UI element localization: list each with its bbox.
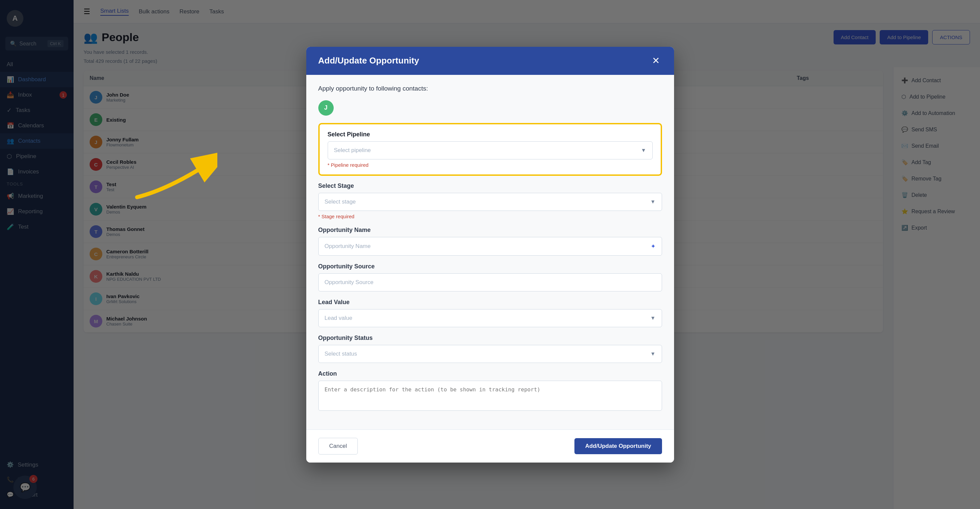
pipeline-placeholder: Select pipeline xyxy=(334,147,371,154)
opportunity-name-group: Opportunity Name Opportunity Name ✦ xyxy=(318,227,662,256)
modal-body: Apply opportunity to following contacts:… xyxy=(306,75,674,430)
pipeline-section: Select Pipeline Select pipeline ▼ * Pipe… xyxy=(318,123,662,176)
stage-select[interactable]: Select stage ▼ xyxy=(318,193,662,211)
lead-value-select[interactable]: Lead value ▼ xyxy=(318,309,662,327)
opportunity-status-select[interactable]: Select status ▼ xyxy=(318,345,662,363)
stage-chevron-icon: ▼ xyxy=(650,199,655,205)
pipeline-chevron-icon: ▼ xyxy=(641,147,646,154)
opportunity-source-input[interactable]: Opportunity Source xyxy=(318,273,662,292)
opportunity-status-label: Opportunity Status xyxy=(318,335,662,342)
opportunity-source-group: Opportunity Source Opportunity Source xyxy=(318,263,662,292)
action-group: Action xyxy=(318,370,662,412)
opportunity-status-group: Opportunity Status Select status ▼ xyxy=(318,335,662,363)
modal-overlay: Add/Update Opportunity ✕ Apply opportuni… xyxy=(0,0,980,509)
action-textarea[interactable] xyxy=(318,381,662,411)
opportunity-status-placeholder: Select status xyxy=(325,350,357,357)
modal: Add/Update Opportunity ✕ Apply opportuni… xyxy=(306,47,674,463)
modal-header: Add/Update Opportunity ✕ xyxy=(306,47,674,75)
opportunity-source-label: Opportunity Source xyxy=(318,263,662,270)
stage-error: * Stage required xyxy=(318,214,662,219)
lead-value-chevron-icon: ▼ xyxy=(650,315,655,321)
modal-footer: Cancel Add/Update Opportunity xyxy=(306,430,674,463)
opportunity-source-placeholder: Opportunity Source xyxy=(325,279,374,286)
modal-title: Add/Update Opportunity xyxy=(318,55,419,66)
lead-value-label: Lead Value xyxy=(318,299,662,306)
contacts-row: Apply opportunity to following contacts: xyxy=(318,85,662,92)
pipeline-select[interactable]: Select pipeline ▼ xyxy=(328,141,653,159)
action-label: Action xyxy=(318,370,662,377)
modal-close-button[interactable]: ✕ xyxy=(650,55,662,67)
status-chevron-icon: ▼ xyxy=(650,351,655,357)
opportunity-name-label: Opportunity Name xyxy=(318,227,662,234)
stage-placeholder: Select stage xyxy=(325,198,356,205)
opportunity-name-input[interactable]: Opportunity Name ✦ xyxy=(318,237,662,256)
add-update-opportunity-button[interactable]: Add/Update Opportunity xyxy=(574,438,662,454)
lead-value-placeholder: Lead value xyxy=(325,315,352,322)
sparkle-icon: ✦ xyxy=(651,243,655,250)
cancel-button[interactable]: Cancel xyxy=(318,438,358,455)
lead-value-group: Lead Value Lead value ▼ xyxy=(318,299,662,327)
pipeline-label: Select Pipeline xyxy=(328,131,653,138)
stage-section: Select Stage Select stage ▼ * Stage requ… xyxy=(318,182,662,219)
contacts-label: Apply opportunity to following contacts: xyxy=(318,85,428,92)
opportunity-name-placeholder: Opportunity Name xyxy=(325,243,371,250)
stage-label: Select Stage xyxy=(318,182,662,189)
pipeline-error: * Pipeline required xyxy=(328,162,653,168)
arrow-annotation xyxy=(130,144,217,205)
contact-avatar: J xyxy=(318,100,334,116)
